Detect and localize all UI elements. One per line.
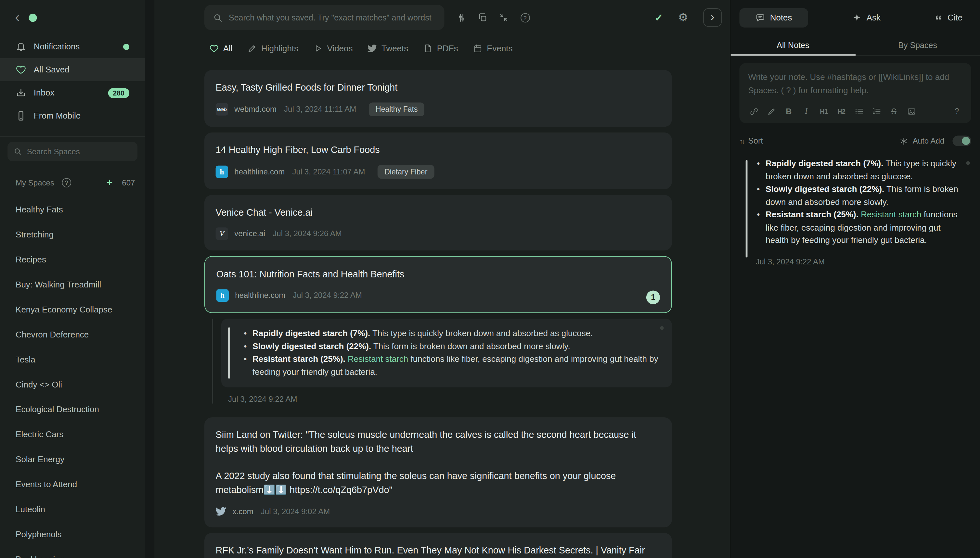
collapse-icon[interactable]	[493, 7, 515, 28]
saved-card-venice[interactable]: Venice Chat - Venice.ai V venice.ai Jul …	[204, 195, 672, 250]
filter-highlights[interactable]: Highlights	[248, 44, 298, 53]
space-tag-chip[interactable]: Healthy Fats	[369, 102, 425, 116]
asterisk-icon	[899, 136, 908, 145]
spaces-search-input[interactable]	[27, 147, 131, 156]
add-space-button[interactable]: +	[106, 177, 112, 188]
copy-icon[interactable]	[472, 7, 493, 28]
search-icon	[14, 148, 22, 156]
spaces-help-icon[interactable]: ?	[62, 178, 71, 187]
tab-notes[interactable]: Notes	[739, 8, 808, 27]
space-item[interactable]: Stretching	[0, 222, 145, 247]
saved-card-vanityfair[interactable]: RFK Jr.’s Family Doesn’t Want Him to Run…	[204, 533, 672, 558]
h1-icon[interactable]: H1	[818, 105, 830, 117]
note-menu-dot[interactable]	[966, 161, 970, 165]
space-item[interactable]: Polyphenols	[0, 522, 145, 547]
auto-add-control[interactable]: Auto Add	[899, 135, 971, 146]
image-icon[interactable]	[906, 105, 917, 117]
play-icon	[313, 44, 323, 53]
space-tag-chip[interactable]: Dietary Fiber	[378, 165, 434, 179]
space-item[interactable]: Cindy <> Oli	[0, 372, 145, 397]
auto-add-toggle[interactable]	[952, 135, 971, 146]
filter-tweets[interactable]: Tweets	[368, 44, 408, 53]
filter-sliders-icon[interactable]	[451, 7, 472, 28]
space-item[interactable]: Ecological Destruction	[0, 397, 145, 422]
link-icon[interactable]	[748, 105, 760, 117]
sidebar-item-from-mobile[interactable]: From Mobile	[0, 104, 145, 127]
spaces-count: 607	[122, 178, 135, 187]
resistant-starch-link[interactable]: Resistant starch	[348, 354, 408, 364]
global-search[interactable]	[204, 5, 444, 30]
card-source: healthline.com	[235, 291, 285, 300]
notes-panel: Notes Ask Cite All Notes By Spaces	[730, 0, 980, 558]
note-input[interactable]	[748, 71, 962, 98]
highlight-thread: Rapidly digested starch (7%). This type …	[212, 318, 672, 404]
saved-card-oats-selected[interactable]: Oats 101: Nutrition Facts and Health Ben…	[204, 256, 672, 313]
bold-icon[interactable]: B	[783, 105, 794, 117]
filter-pdfs[interactable]: PDFs	[423, 44, 458, 53]
inbox-count-badge: 280	[108, 88, 129, 98]
filter-videos[interactable]: Videos	[313, 44, 353, 53]
saved-card-webmd[interactable]: Easy, Tasty Grilled Foods for Dinner Ton…	[204, 70, 672, 127]
space-item[interactable]: Bookkeeping	[0, 547, 145, 558]
search-icon	[213, 13, 223, 22]
global-search-input[interactable]	[229, 13, 436, 22]
space-item[interactable]: Solar Energy	[0, 446, 145, 472]
tab-cite[interactable]: Cite	[925, 8, 971, 27]
highlighter-icon[interactable]	[766, 105, 777, 117]
subtab-by-spaces[interactable]: By Spaces	[855, 35, 980, 55]
auto-add-label: Auto Add	[913, 136, 945, 145]
saved-card-tweet[interactable]: Siim Land on Twitter: "The soleus muscle…	[204, 417, 672, 527]
saved-card-fiber[interactable]: 14 Healthy High Fiber, Low Carb Foods h …	[204, 133, 672, 189]
bullet-list-icon[interactable]	[853, 105, 865, 117]
space-item[interactable]: Events to Attend	[0, 472, 145, 497]
sidebar-item-inbox[interactable]: Inbox 280	[0, 81, 145, 104]
strikethrough-icon[interactable]: S	[888, 105, 899, 117]
sort-button[interactable]: Sort	[748, 136, 763, 146]
card-title: Oats 101: Nutrition Facts and Health Ben…	[216, 267, 660, 281]
bell-icon	[16, 41, 26, 52]
gear-icon[interactable]: ⚙	[678, 12, 688, 23]
resistant-starch-link[interactable]: Resistant starch	[861, 210, 921, 219]
highlight-timestamp: Jul 3, 2024 9:22 AM	[228, 395, 672, 404]
space-item[interactable]: Luteolin	[0, 497, 145, 522]
spaces-search[interactable]	[7, 142, 137, 161]
card-title: Venice Chat - Venice.ai	[216, 205, 661, 219]
sparkle-icon	[853, 13, 862, 22]
note-item[interactable]: Rapidly digested starch (7%). This type …	[739, 156, 971, 266]
panel-tabs: Notes Ask Cite	[731, 0, 980, 35]
heart-icon	[16, 64, 26, 75]
space-item[interactable]: Kenya Economy Collapse	[0, 297, 145, 322]
sidebar-item-label: Notifications	[34, 42, 80, 51]
filter-all[interactable]: All	[209, 44, 232, 53]
help-icon[interactable]: ?	[515, 7, 536, 28]
quote-menu-dot[interactable]	[660, 326, 664, 330]
calendar-icon	[473, 44, 483, 53]
notes-sort-row: ↑↓ Sort Auto Add	[739, 135, 971, 146]
main-content: ? ✓ ⚙ › All Highlights Videos	[155, 0, 730, 558]
numbered-list-icon[interactable]	[870, 105, 882, 117]
next-page-button[interactable]: ›	[703, 8, 722, 27]
highlight-quote[interactable]: Rapidly digested starch (7%). This type …	[221, 318, 672, 387]
sidebar-item-notifications[interactable]: Notifications	[0, 35, 145, 58]
space-item[interactable]: Buy: Walking Treadmill	[0, 272, 145, 297]
subtab-all-notes[interactable]: All Notes	[731, 35, 855, 55]
italic-icon[interactable]: I	[801, 105, 812, 117]
sidebar-scrollbar[interactable]	[145, 0, 155, 558]
space-item[interactable]: Healthy Fats	[0, 197, 145, 222]
heart-icon	[209, 44, 219, 53]
formatting-help-icon[interactable]: ?	[951, 105, 963, 117]
space-item[interactable]: Recipes	[0, 247, 145, 272]
h2-icon[interactable]: H2	[836, 105, 847, 117]
card-title: 14 Healthy High Fiber, Low Carb Foods	[216, 143, 661, 156]
space-item[interactable]: Tesla	[0, 347, 145, 372]
check-icon[interactable]: ✓	[655, 12, 663, 24]
back-chevron-icon[interactable]: ‹	[15, 11, 20, 25]
card-date: Jul 3, 2024 9:22 AM	[293, 291, 362, 300]
chat-bubble-icon	[755, 13, 765, 22]
tab-ask[interactable]: Ask	[844, 8, 889, 27]
space-item[interactable]: Electric Cars	[0, 422, 145, 446]
space-item[interactable]: Chevron Deference	[0, 322, 145, 347]
filter-events[interactable]: Events	[473, 44, 513, 53]
sidebar-item-all-saved[interactable]: All Saved	[0, 58, 145, 81]
note-composer[interactable]: B I H1 H2 S ?	[739, 63, 971, 123]
